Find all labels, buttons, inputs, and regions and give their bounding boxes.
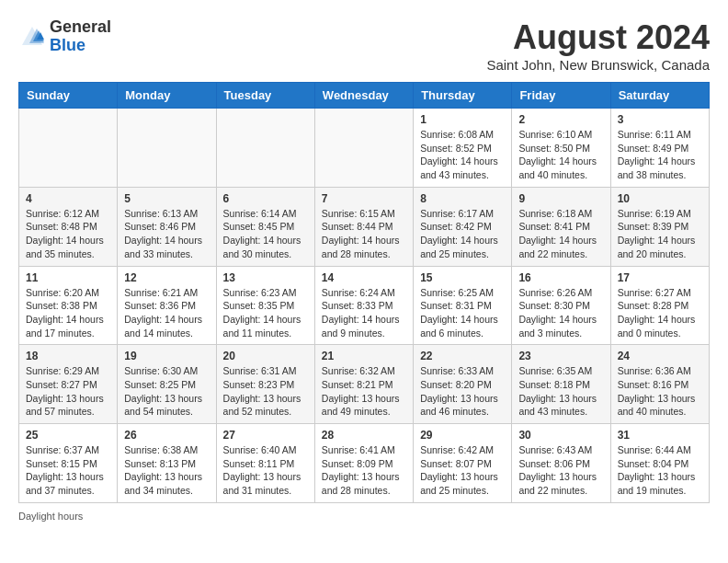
day-number: 6 [223, 192, 308, 205]
day-number: 20 [223, 350, 308, 362]
day-info: Sunrise: 6:35 AM Sunset: 8:18 PM Dayligh… [518, 364, 603, 419]
calendar-cell: 16Sunrise: 6:26 AM Sunset: 8:30 PM Dayli… [512, 266, 610, 345]
day-number: 7 [322, 192, 406, 205]
day-info: Sunrise: 6:11 AM Sunset: 8:49 PM Dayligh… [618, 128, 702, 182]
calendar-cell: 22Sunrise: 6:33 AM Sunset: 8:20 PM Dayli… [414, 345, 512, 424]
weekday-header-cell: Wednesday [314, 83, 413, 109]
calendar-cell: 20Sunrise: 6:31 AM Sunset: 8:23 PM Dayli… [216, 345, 314, 424]
day-info: Sunrise: 6:21 AM Sunset: 8:36 PM Dayligh… [124, 286, 209, 340]
day-number: 19 [124, 350, 209, 362]
day-number: 14 [322, 271, 406, 284]
day-info: Sunrise: 6:42 AM Sunset: 8:07 PM Dayligh… [420, 443, 505, 498]
day-number: 12 [124, 271, 209, 284]
day-info: Sunrise: 6:36 AM Sunset: 8:16 PM Dayligh… [618, 364, 702, 419]
day-info: Sunrise: 6:29 AM Sunset: 8:27 PM Dayligh… [26, 364, 110, 419]
calendar-cell: 15Sunrise: 6:25 AM Sunset: 8:31 PM Dayli… [414, 266, 512, 345]
day-number: 4 [26, 192, 110, 205]
calendar-week-row: 1Sunrise: 6:08 AM Sunset: 8:52 PM Daylig… [19, 109, 710, 188]
calendar-cell: 1Sunrise: 6:08 AM Sunset: 8:52 PM Daylig… [414, 109, 512, 188]
month-year: August 2024 [486, 18, 710, 57]
calendar-cell: 26Sunrise: 6:38 AM Sunset: 8:13 PM Dayli… [118, 424, 216, 503]
weekday-header-cell: Monday [118, 83, 216, 109]
weekday-header-row: SundayMondayTuesdayWednesdayThursdayFrid… [19, 83, 710, 109]
logo: General Blue [18, 18, 111, 55]
calendar-cell: 5Sunrise: 6:13 AM Sunset: 8:46 PM Daylig… [118, 187, 216, 266]
day-info: Sunrise: 6:38 AM Sunset: 8:13 PM Dayligh… [124, 443, 209, 498]
calendar-cell: 19Sunrise: 6:30 AM Sunset: 8:25 PM Dayli… [118, 345, 216, 424]
day-number: 10 [618, 192, 702, 205]
day-number: 27 [223, 429, 308, 442]
calendar-cell: 6Sunrise: 6:14 AM Sunset: 8:45 PM Daylig… [216, 187, 314, 266]
day-info: Sunrise: 6:25 AM Sunset: 8:31 PM Dayligh… [420, 286, 505, 340]
day-number: 30 [518, 429, 603, 442]
day-info: Sunrise: 6:30 AM Sunset: 8:25 PM Dayligh… [124, 364, 209, 419]
logo-icon [18, 23, 46, 51]
day-info: Sunrise: 6:18 AM Sunset: 8:41 PM Dayligh… [518, 207, 603, 261]
calendar-week-row: 4Sunrise: 6:12 AM Sunset: 8:48 PM Daylig… [19, 187, 710, 266]
calendar-cell [216, 109, 314, 188]
day-info: Sunrise: 6:10 AM Sunset: 8:50 PM Dayligh… [518, 128, 603, 182]
day-number: 18 [26, 350, 110, 362]
day-info: Sunrise: 6:31 AM Sunset: 8:23 PM Dayligh… [223, 364, 308, 419]
location: Saint John, New Brunswick, Canada [486, 57, 710, 73]
day-info: Sunrise: 6:40 AM Sunset: 8:11 PM Dayligh… [223, 443, 308, 498]
logo-text: General Blue [50, 18, 111, 55]
calendar-cell: 4Sunrise: 6:12 AM Sunset: 8:48 PM Daylig… [19, 187, 118, 266]
calendar-week-row: 18Sunrise: 6:29 AM Sunset: 8:27 PM Dayli… [19, 345, 710, 424]
day-info: Sunrise: 6:32 AM Sunset: 8:21 PM Dayligh… [322, 364, 406, 419]
calendar-week-row: 25Sunrise: 6:37 AM Sunset: 8:15 PM Dayli… [19, 424, 710, 503]
calendar-cell: 12Sunrise: 6:21 AM Sunset: 8:36 PM Dayli… [118, 266, 216, 345]
calendar-cell [118, 109, 216, 188]
calendar-cell: 10Sunrise: 6:19 AM Sunset: 8:39 PM Dayli… [610, 187, 709, 266]
weekday-header-cell: Sunday [19, 83, 118, 109]
calendar-cell: 28Sunrise: 6:41 AM Sunset: 8:09 PM Dayli… [314, 424, 413, 503]
day-number: 3 [618, 113, 702, 126]
calendar-cell: 29Sunrise: 6:42 AM Sunset: 8:07 PM Dayli… [414, 424, 512, 503]
day-number: 23 [518, 350, 603, 362]
calendar-cell: 9Sunrise: 6:18 AM Sunset: 8:41 PM Daylig… [512, 187, 610, 266]
weekday-header-cell: Friday [512, 83, 610, 109]
calendar-cell: 13Sunrise: 6:23 AM Sunset: 8:35 PM Dayli… [216, 266, 314, 345]
day-number: 5 [124, 192, 209, 205]
calendar-week-row: 11Sunrise: 6:20 AM Sunset: 8:38 PM Dayli… [19, 266, 710, 345]
day-info: Sunrise: 6:08 AM Sunset: 8:52 PM Dayligh… [420, 128, 505, 182]
calendar-cell [19, 109, 118, 188]
day-number: 25 [26, 429, 110, 442]
calendar-cell: 7Sunrise: 6:15 AM Sunset: 8:44 PM Daylig… [314, 187, 413, 266]
day-number: 2 [518, 113, 603, 126]
calendar-body: 1Sunrise: 6:08 AM Sunset: 8:52 PM Daylig… [19, 109, 710, 503]
day-number: 8 [420, 192, 505, 205]
calendar-cell: 11Sunrise: 6:20 AM Sunset: 8:38 PM Dayli… [19, 266, 118, 345]
calendar-cell: 14Sunrise: 6:24 AM Sunset: 8:33 PM Dayli… [314, 266, 413, 345]
page-header: General Blue August 2024 Saint John, New… [18, 18, 710, 73]
day-info: Sunrise: 6:26 AM Sunset: 8:30 PM Dayligh… [518, 286, 603, 340]
calendar-cell: 18Sunrise: 6:29 AM Sunset: 8:27 PM Dayli… [19, 345, 118, 424]
calendar-cell: 8Sunrise: 6:17 AM Sunset: 8:42 PM Daylig… [414, 187, 512, 266]
calendar-cell: 23Sunrise: 6:35 AM Sunset: 8:18 PM Dayli… [512, 345, 610, 424]
day-info: Sunrise: 6:23 AM Sunset: 8:35 PM Dayligh… [223, 286, 308, 340]
day-number: 9 [518, 192, 603, 205]
calendar-cell: 27Sunrise: 6:40 AM Sunset: 8:11 PM Dayli… [216, 424, 314, 503]
day-number: 11 [26, 271, 110, 284]
weekday-header-cell: Tuesday [216, 83, 314, 109]
calendar-cell [314, 109, 413, 188]
weekday-header-cell: Saturday [610, 83, 709, 109]
day-number: 24 [618, 350, 702, 362]
day-number: 29 [420, 429, 505, 442]
calendar-cell: 30Sunrise: 6:43 AM Sunset: 8:06 PM Dayli… [512, 424, 610, 503]
calendar-cell: 31Sunrise: 6:44 AM Sunset: 8:04 PM Dayli… [610, 424, 709, 503]
day-number: 28 [322, 429, 406, 442]
day-number: 15 [420, 271, 505, 284]
day-info: Sunrise: 6:15 AM Sunset: 8:44 PM Dayligh… [322, 207, 406, 261]
calendar-cell: 3Sunrise: 6:11 AM Sunset: 8:49 PM Daylig… [610, 109, 709, 188]
weekday-header-cell: Thursday [414, 83, 512, 109]
day-number: 1 [420, 113, 505, 126]
calendar-cell: 17Sunrise: 6:27 AM Sunset: 8:28 PM Dayli… [610, 266, 709, 345]
day-info: Sunrise: 6:41 AM Sunset: 8:09 PM Dayligh… [322, 443, 406, 498]
day-info: Sunrise: 6:44 AM Sunset: 8:04 PM Dayligh… [618, 443, 702, 498]
logo-blue: Blue [50, 36, 85, 54]
day-number: 17 [618, 271, 702, 284]
day-info: Sunrise: 6:37 AM Sunset: 8:15 PM Dayligh… [26, 443, 110, 498]
day-number: 31 [618, 429, 702, 442]
day-number: 21 [322, 350, 406, 362]
